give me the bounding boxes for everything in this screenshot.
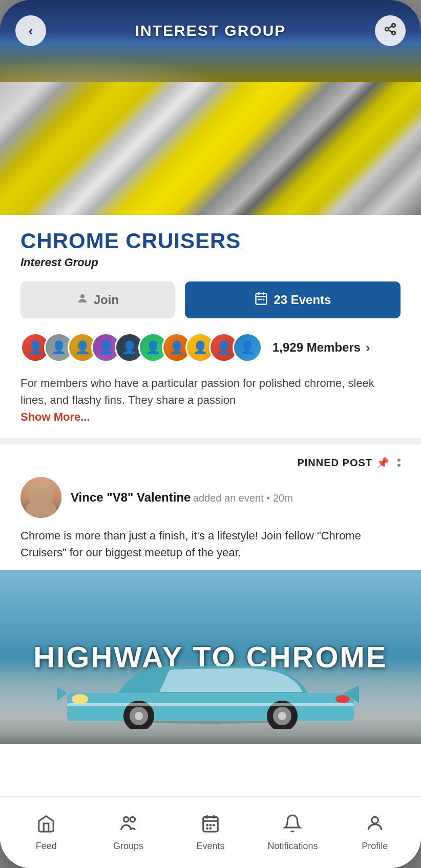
author-name: Vince "V8" Valentine — [71, 490, 191, 504]
svg-point-22 — [72, 694, 88, 704]
svg-point-5 — [80, 294, 85, 298]
svg-point-35 — [371, 817, 378, 823]
events-button[interactable]: 23 Events — [185, 281, 401, 318]
chevron-right-icon: › — [366, 340, 370, 356]
section-divider — [0, 438, 421, 444]
members-row[interactable]: 👤 👤 👤 👤 👤 👤 👤 👤 👤 👤 1,929 Members › — [20, 333, 401, 362]
back-icon: ‹ — [29, 23, 33, 39]
home-icon — [36, 814, 56, 838]
pinned-header: PINNED POST 📌 — [20, 457, 401, 469]
person-icon — [76, 292, 89, 308]
share-button[interactable] — [375, 15, 406, 46]
member-avatar-10: 👤 — [233, 333, 262, 362]
pin-icon: 📌 — [376, 457, 389, 469]
svg-point-2 — [392, 31, 395, 35]
post-body: Chrome is more than just a finish, it's … — [20, 527, 401, 561]
svg-rect-14 — [67, 693, 354, 721]
post-section: PINNED POST 📌 Vi — [20, 444, 401, 561]
members-count-text: 1,929 Members — [272, 340, 361, 355]
group-type: Interest Group — [20, 256, 401, 269]
notifications-icon — [283, 814, 302, 838]
back-button[interactable]: ‹ — [15, 15, 46, 46]
events-icon — [201, 814, 220, 838]
action-buttons: Join 23 Events — [20, 281, 401, 318]
post-action: added an event • 20m — [193, 492, 293, 504]
hero-image: ‹ INTEREST GROUP — [0, 0, 421, 215]
groups-icon — [119, 814, 138, 838]
svg-point-24 — [123, 817, 129, 822]
pinned-label: PINNED POST — [297, 457, 372, 469]
car-detail-overlay — [0, 82, 421, 215]
calendar-icon — [254, 291, 268, 309]
share-icon — [384, 23, 397, 39]
author-info: Vince "V8" Valentine added an event • 20… — [71, 490, 401, 505]
svg-point-20 — [278, 712, 286, 720]
scroll-content: ‹ INTEREST GROUP CHROME CRUISERS Int — [0, 0, 421, 796]
nav-label-notifications: Notifications — [267, 841, 318, 852]
profile-icon — [365, 814, 385, 838]
phone-frame: ‹ INTEREST GROUP CHROME CRUISERS Int — [0, 0, 421, 868]
members-count: 1,929 Members › — [272, 340, 370, 356]
svg-point-0 — [392, 24, 395, 27]
author-avatar — [20, 477, 61, 518]
nav-label-groups: Groups — [113, 841, 143, 852]
page-title: INTEREST GROUP — [135, 22, 286, 39]
post-image: HIGHWAY TO CHROME — [0, 570, 421, 744]
nav-item-events[interactable]: Events — [170, 814, 251, 852]
car-silhouette — [57, 657, 364, 729]
nav-item-groups[interactable]: Groups — [87, 814, 169, 852]
bottom-nav: Feed Groups — [0, 796, 421, 868]
content-area: CHROME CRUISERS Interest Group Join — [0, 215, 421, 561]
header-bar: ‹ INTEREST GROUP — [0, 0, 421, 46]
svg-line-3 — [388, 30, 392, 32]
nav-item-profile[interactable]: Profile — [334, 814, 416, 852]
member-avatars: 👤 👤 👤 👤 👤 👤 👤 👤 👤 👤 — [20, 333, 262, 362]
events-label: 23 Events — [273, 293, 331, 307]
join-button[interactable]: Join — [20, 281, 175, 318]
svg-line-4 — [388, 26, 392, 28]
nav-item-feed[interactable]: Feed — [5, 814, 87, 852]
group-name: CHROME CRUISERS — [20, 229, 401, 253]
nav-label-feed: Feed — [36, 841, 57, 852]
join-label: Join — [94, 293, 119, 307]
post-author-row: Vince "V8" Valentine added an event • 20… — [20, 477, 401, 518]
svg-point-25 — [130, 817, 135, 822]
svg-point-23 — [335, 695, 350, 703]
group-description: For members who have a particular passio… — [20, 375, 401, 408]
nav-item-notifications[interactable]: Notifications — [251, 814, 333, 852]
show-more-button[interactable]: Show More... — [20, 410, 401, 424]
more-options-button[interactable] — [397, 459, 401, 467]
svg-point-1 — [385, 28, 389, 31]
nav-label-profile: Profile — [362, 841, 388, 852]
svg-rect-21 — [67, 703, 354, 706]
nav-label-events: Events — [197, 841, 225, 852]
svg-point-17 — [135, 712, 143, 720]
